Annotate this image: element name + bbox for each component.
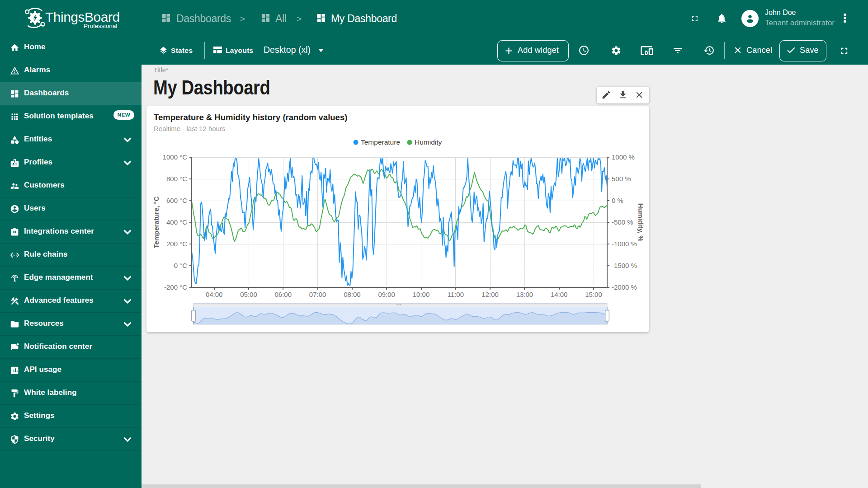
svg-text:05:00: 05:00 bbox=[240, 291, 257, 298]
svg-text:15:00: 15:00 bbox=[585, 291, 602, 298]
svg-text:06:00: 06:00 bbox=[275, 291, 292, 298]
svg-text:Humidity: Humidity bbox=[415, 138, 442, 146]
svg-text:-200 °C: -200 °C bbox=[164, 283, 187, 291]
svg-text:-2000 %: -2000 % bbox=[612, 283, 637, 291]
svg-text:600 °C: 600 °C bbox=[166, 197, 187, 204]
svg-text:08:00: 08:00 bbox=[344, 291, 361, 298]
svg-text:500 %: 500 % bbox=[612, 175, 631, 183]
svg-text:0 °C: 0 °C bbox=[174, 262, 188, 269]
svg-text:Temperature: Temperature bbox=[361, 138, 400, 146]
svg-text:14:00: 14:00 bbox=[551, 291, 568, 298]
svg-text:09:00: 09:00 bbox=[378, 291, 395, 298]
svg-text:13:00: 13:00 bbox=[516, 291, 533, 298]
svg-text:10:00: 10:00 bbox=[413, 291, 430, 298]
svg-text:1000 %: 1000 % bbox=[612, 153, 635, 161]
svg-text:Humidity, %: Humidity, % bbox=[637, 203, 645, 242]
svg-text:-1000 %: -1000 % bbox=[612, 240, 637, 248]
svg-text:200 °C: 200 °C bbox=[166, 240, 187, 248]
svg-text:0 %: 0 % bbox=[612, 197, 623, 204]
svg-text:800 °C: 800 °C bbox=[166, 175, 187, 183]
svg-text:04:00: 04:00 bbox=[206, 291, 223, 298]
svg-text:11:00: 11:00 bbox=[448, 291, 464, 298]
svg-text:12:00: 12:00 bbox=[481, 291, 499, 298]
svg-text:Temperature, °C: Temperature, °C bbox=[152, 196, 160, 248]
svg-text:400 °C: 400 °C bbox=[166, 218, 187, 226]
svg-text:-500 %: -500 % bbox=[612, 218, 633, 226]
svg-text:07:00: 07:00 bbox=[309, 291, 326, 298]
svg-text:1000 °C: 1000 °C bbox=[163, 153, 188, 161]
svg-text:-1500 %: -1500 % bbox=[612, 262, 637, 269]
